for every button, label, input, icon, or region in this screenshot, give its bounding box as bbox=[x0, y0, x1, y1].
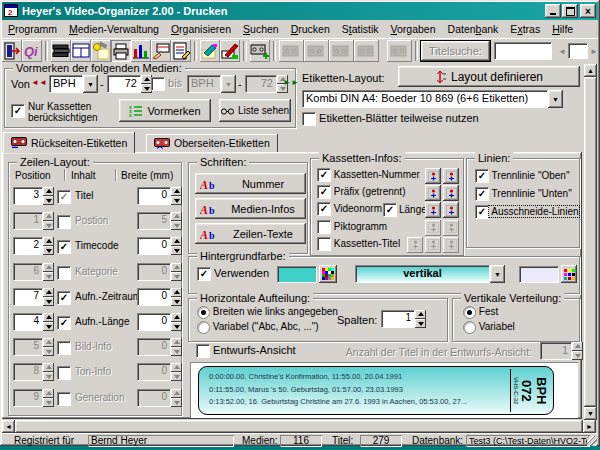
spinner-up-arrow[interactable] bbox=[171, 313, 182, 322]
inhalt-checkbox[interactable] bbox=[57, 266, 71, 280]
prefix-from-combo[interactable]: BPH▼ bbox=[49, 75, 98, 93]
scroll-up-arrow[interactable]: ▲ bbox=[584, 64, 597, 77]
spinner-up-arrow[interactable] bbox=[43, 313, 54, 322]
position-spinner[interactable]: 3 bbox=[13, 187, 54, 205]
position-spinner[interactable]: 7 bbox=[13, 288, 54, 306]
minimize-button[interactable] bbox=[545, 4, 561, 18]
variabel-radio[interactable] bbox=[197, 321, 210, 334]
inhalt-checkbox[interactable] bbox=[57, 291, 71, 305]
inhalt-checkbox[interactable] bbox=[57, 341, 71, 355]
menu-item-statistik[interactable]: Statistik bbox=[336, 21, 385, 37]
liste-sehen-button[interactable]: Liste sehen bbox=[219, 99, 291, 122]
linien-checkbox[interactable] bbox=[475, 169, 489, 183]
position-spinner[interactable]: 2 bbox=[13, 237, 54, 255]
spinner-down-arrow[interactable] bbox=[43, 297, 54, 306]
quick-info-button[interactable]: Qi bbox=[22, 40, 42, 62]
exit-button[interactable] bbox=[2, 40, 22, 62]
kassetten-info-checkbox[interactable] bbox=[317, 202, 331, 216]
menu-item-organisieren[interactable]: Organisieren bbox=[165, 21, 237, 37]
spinner-down-arrow[interactable] bbox=[171, 297, 182, 306]
label-pen-button[interactable] bbox=[220, 40, 240, 62]
inhalt-checkbox[interactable] bbox=[57, 316, 71, 330]
teilweise-checkbox[interactable] bbox=[302, 112, 316, 126]
kassetten-info-checkbox[interactable] bbox=[317, 168, 331, 182]
chevron-down-icon[interactable]: ▼ bbox=[548, 90, 563, 108]
tab-rueckseiten[interactable]: Rückseiten-Etiketten bbox=[3, 132, 135, 153]
schrift-nummer-button[interactable]: Ab Nummer bbox=[195, 173, 306, 194]
last-media-icon[interactable]: ►► bbox=[283, 78, 299, 87]
horizontal-scroll-thumb[interactable] bbox=[15, 420, 583, 433]
label-design-button[interactable] bbox=[200, 40, 220, 62]
position-spinner[interactable]: 4 bbox=[13, 313, 54, 331]
linien-checkbox[interactable] bbox=[475, 205, 489, 219]
vormerken-button[interactable]: xxx Vormerken bbox=[119, 99, 211, 122]
entwurfs-ansicht-checkbox[interactable] bbox=[196, 344, 210, 358]
close-button[interactable]: × bbox=[580, 4, 596, 18]
chevron-down-icon[interactable]: ▼ bbox=[83, 75, 98, 93]
maximize-button[interactable] bbox=[562, 4, 578, 18]
verwenden-checkbox[interactable] bbox=[197, 267, 211, 281]
kassetten-info-checkbox[interactable] bbox=[317, 220, 331, 234]
menu-item-hilfe[interactable]: Hilfe bbox=[546, 21, 579, 37]
horizontal-scrollbar[interactable]: ◄ ► bbox=[2, 420, 596, 433]
menu-item-datenbank[interactable]: Datenbank bbox=[442, 21, 505, 37]
fest-radio[interactable] bbox=[463, 306, 476, 319]
schrift-zeilen-texte-button[interactable]: Ab Zeilen-Texte bbox=[195, 223, 306, 244]
linien-checkbox[interactable] bbox=[475, 187, 489, 201]
inhalt-checkbox[interactable] bbox=[57, 392, 71, 406]
scroll-down-arrow[interactable]: ▼ bbox=[584, 407, 597, 420]
spinner-down-arrow[interactable] bbox=[43, 322, 54, 331]
spinner-up-arrow[interactable] bbox=[171, 288, 182, 297]
menu-item-vorgaben[interactable]: Vorgaben bbox=[385, 21, 442, 37]
color-palette-button[interactable] bbox=[319, 265, 337, 283]
add-export-button[interactable] bbox=[250, 40, 270, 62]
menu-item-suchen[interactable]: Suchen bbox=[237, 21, 285, 37]
gradient-direction-combo[interactable]: vertikal▼ bbox=[355, 265, 505, 283]
menu-item-extras[interactable]: Extras bbox=[504, 21, 546, 37]
breite-spinner[interactable]: 0 bbox=[137, 288, 182, 306]
defaults-button[interactable] bbox=[151, 40, 171, 62]
spinner-up-arrow[interactable] bbox=[171, 187, 182, 196]
search-button[interactable] bbox=[91, 40, 111, 62]
variabel2-radio[interactable] bbox=[463, 321, 476, 334]
position-icon-button[interactable] bbox=[443, 185, 459, 201]
scroll-left-arrow[interactable]: ◄ bbox=[2, 420, 15, 433]
from-number-spinner[interactable]: 72 bbox=[107, 75, 152, 93]
spinner-down-arrow[interactable] bbox=[171, 196, 182, 205]
menu-item-programm[interactable]: Programm bbox=[2, 21, 63, 37]
scroll-right-arrow[interactable]: ► bbox=[583, 420, 596, 433]
spinner-up-arrow[interactable] bbox=[171, 237, 182, 246]
first-media-icon[interactable]: ◄◄ bbox=[31, 78, 47, 87]
kassetten-info-checkbox[interactable] bbox=[317, 237, 331, 251]
laenge-checkbox[interactable] bbox=[383, 203, 397, 217]
media-management-button[interactable] bbox=[51, 40, 71, 62]
spinner-down-arrow[interactable] bbox=[43, 246, 54, 255]
spinner-down-arrow[interactable] bbox=[171, 322, 182, 331]
organize-button[interactable] bbox=[71, 40, 91, 62]
vertical-scroll-thumb[interactable] bbox=[584, 77, 597, 407]
vertical-scrollbar[interactable]: ▲ ▼ bbox=[584, 64, 597, 420]
spinner-down-arrow[interactable] bbox=[43, 196, 54, 205]
color-palette-button-2[interactable] bbox=[561, 265, 577, 283]
position-icon-button[interactable] bbox=[443, 202, 459, 218]
spalten-spinner[interactable]: 1 bbox=[381, 310, 426, 328]
nur-kassetten-checkbox[interactable] bbox=[11, 104, 25, 118]
spinner-up-arrow[interactable] bbox=[43, 237, 54, 246]
spinner-up-arrow[interactable] bbox=[43, 288, 54, 297]
menu-item-drucken[interactable]: Drucken bbox=[285, 21, 336, 37]
spinner-up-arrow[interactable] bbox=[43, 187, 54, 196]
layout-definieren-button[interactable]: Layout definieren bbox=[398, 66, 580, 87]
print-list-button[interactable] bbox=[171, 40, 191, 62]
inhalt-checkbox[interactable] bbox=[57, 366, 71, 380]
bis-checkbox[interactable] bbox=[151, 77, 165, 91]
position-icon-button[interactable] bbox=[425, 168, 441, 184]
spinner-up-arrow[interactable] bbox=[415, 310, 426, 319]
breite-spinner[interactable]: 0 bbox=[137, 187, 182, 205]
chevron-down-icon[interactable]: ▼ bbox=[490, 265, 505, 283]
menu-item-medien-verwaltung[interactable]: Medien-Verwaltung bbox=[63, 21, 165, 37]
kassetten-info-checkbox[interactable] bbox=[317, 185, 331, 199]
schrift-medien-infos-button[interactable]: Ab Medien-Infos bbox=[195, 198, 306, 219]
spinner-down-arrow[interactable] bbox=[171, 246, 182, 255]
inhalt-checkbox[interactable] bbox=[57, 215, 71, 229]
statistics-button[interactable] bbox=[131, 40, 151, 62]
